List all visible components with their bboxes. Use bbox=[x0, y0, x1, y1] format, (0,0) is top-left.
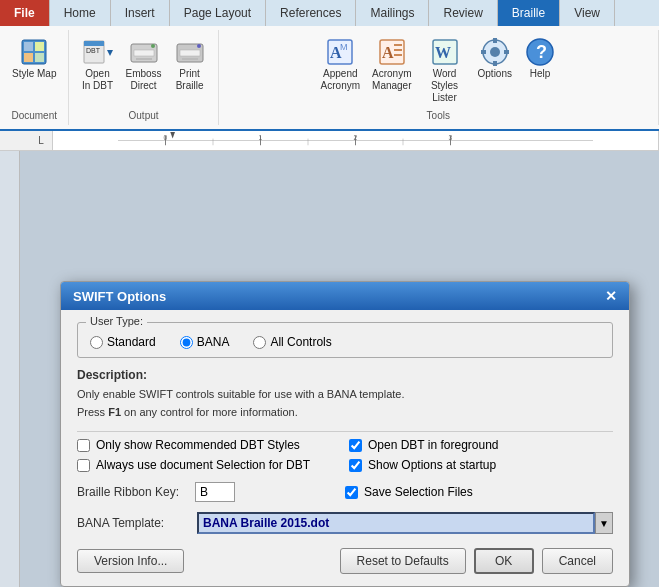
checkbox-always-use-doc-selection-input[interactable] bbox=[77, 459, 90, 472]
tab-braille[interactable]: Braille bbox=[498, 0, 560, 26]
bana-template-value[interactable]: BANA Braille 2015.dot bbox=[197, 512, 595, 534]
svg-rect-4 bbox=[35, 53, 44, 62]
checkbox-save-selection-files-input[interactable] bbox=[345, 486, 358, 499]
svg-marker-8 bbox=[107, 50, 113, 56]
user-type-legend: User Type: bbox=[86, 315, 147, 327]
radio-all-controls[interactable]: All Controls bbox=[253, 335, 331, 349]
word-styles-lister-label: WordStylesLister bbox=[431, 68, 458, 104]
checkbox-save-selection-files[interactable]: Save Selection Files bbox=[345, 485, 473, 499]
bana-template-label: BANA Template: bbox=[77, 516, 187, 530]
svg-text:3: 3 bbox=[449, 134, 453, 141]
braille-key-row: Braille Ribbon Key: Save Selection Files bbox=[77, 482, 613, 502]
radio-bana-input[interactable] bbox=[180, 336, 193, 349]
checkbox-show-recommended-label: Only show Recommended DBT Styles bbox=[96, 438, 300, 452]
radio-all-controls-label: All Controls bbox=[270, 335, 331, 349]
radio-standard-label: Standard bbox=[107, 335, 156, 349]
help-icon: ? bbox=[524, 36, 556, 68]
right-buttons: Reset to Defaults OK Cancel bbox=[340, 548, 613, 574]
tab-file[interactable]: File bbox=[0, 0, 50, 26]
document-group-label: Document bbox=[11, 106, 57, 121]
help-button[interactable]: ? Help bbox=[520, 34, 560, 82]
version-info-button[interactable]: Version Info... bbox=[77, 549, 184, 573]
content-area: SWIFT Options ✕ User Type: Standard BANA bbox=[0, 151, 659, 587]
checkbox-show-recommended[interactable]: Only show Recommended DBT Styles bbox=[77, 438, 341, 452]
options-icon bbox=[479, 36, 511, 68]
divider bbox=[77, 431, 613, 432]
tab-mailings[interactable]: Mailings bbox=[356, 0, 429, 26]
word-styles-lister-button[interactable]: W WordStylesLister bbox=[420, 34, 470, 106]
dialog-close-button[interactable]: ✕ bbox=[605, 288, 617, 304]
style-map-label: Style Map bbox=[12, 68, 56, 80]
radio-standard[interactable]: Standard bbox=[90, 335, 156, 349]
append-acronym-button[interactable]: A M AppendAcronym bbox=[317, 34, 364, 94]
tab-page-layout[interactable]: Page Layout bbox=[170, 0, 266, 26]
print-braille-button[interactable]: PrintBraille bbox=[170, 34, 210, 94]
description-section: Description: Only enable SWIFT controls … bbox=[77, 368, 613, 421]
description-line2-rest: on any control for more information. bbox=[124, 406, 298, 418]
tab-home[interactable]: Home bbox=[50, 0, 111, 26]
ruler: L 0 1 2 3 bbox=[0, 131, 659, 151]
output-group-label: Output bbox=[129, 106, 159, 121]
svg-text:1: 1 bbox=[259, 134, 263, 141]
svg-rect-32 bbox=[504, 50, 509, 54]
checkbox-show-options-startup-input[interactable] bbox=[349, 459, 362, 472]
svg-rect-1 bbox=[24, 42, 33, 51]
dialog-titlebar: SWIFT Options ✕ bbox=[61, 282, 629, 310]
svg-rect-6 bbox=[84, 41, 104, 46]
braille-ribbon-key-label: Braille Ribbon Key: bbox=[77, 485, 187, 499]
open-in-dbt-label: OpenIn DBT bbox=[82, 68, 113, 92]
svg-text:?: ? bbox=[536, 42, 547, 62]
radio-bana-label: BANA bbox=[197, 335, 230, 349]
checkbox-show-recommended-input[interactable] bbox=[77, 439, 90, 452]
svg-point-11 bbox=[151, 44, 155, 48]
ribbon-group-output-items: DBT OpenIn DBT bbox=[77, 34, 209, 94]
options-label: Options bbox=[478, 68, 512, 80]
left-sidebar bbox=[0, 151, 20, 587]
bana-template-select-wrapper: BANA Braille 2015.dot ▼ bbox=[197, 512, 613, 534]
acronym-manager-label: AcronymManager bbox=[372, 68, 411, 92]
braille-ribbon-key-input[interactable] bbox=[195, 482, 235, 502]
radio-bana[interactable]: BANA bbox=[180, 335, 230, 349]
dialog-title: SWIFT Options bbox=[73, 289, 166, 304]
checkbox-save-selection-files-label: Save Selection Files bbox=[364, 485, 473, 499]
radio-standard-input[interactable] bbox=[90, 336, 103, 349]
acronym-manager-button[interactable]: A AcronymManager bbox=[368, 34, 415, 94]
print-braille-icon bbox=[174, 36, 206, 68]
radio-all-controls-input[interactable] bbox=[253, 336, 266, 349]
svg-rect-22 bbox=[394, 44, 402, 46]
cancel-button[interactable]: Cancel bbox=[542, 548, 613, 574]
svg-rect-31 bbox=[481, 50, 486, 54]
options-button[interactable]: Options bbox=[474, 34, 516, 82]
tab-review[interactable]: Review bbox=[429, 0, 497, 26]
ok-button[interactable]: OK bbox=[474, 548, 534, 574]
ruler-inner: 0 1 2 3 bbox=[52, 131, 659, 150]
tab-references[interactable]: References bbox=[266, 0, 356, 26]
svg-rect-12 bbox=[136, 58, 152, 60]
tab-view[interactable]: View bbox=[560, 0, 615, 26]
style-map-button[interactable]: Style Map bbox=[8, 34, 60, 82]
acronym-manager-icon: A bbox=[376, 36, 408, 68]
ribbon-group-document: Style Map Document bbox=[0, 30, 69, 125]
bana-template-dropdown-arrow[interactable]: ▼ bbox=[595, 512, 613, 534]
checkbox-open-dbt-foreground-input[interactable] bbox=[349, 439, 362, 452]
checkbox-show-options-startup[interactable]: Show Options at startup bbox=[349, 458, 613, 472]
dialog-buttons: Version Info... Reset to Defaults OK Can… bbox=[77, 548, 613, 574]
tools-group-label: Tools bbox=[427, 106, 450, 121]
checkbox-open-dbt-foreground[interactable]: Open DBT in foreground bbox=[349, 438, 613, 452]
svg-text:M: M bbox=[340, 42, 348, 52]
svg-text:2: 2 bbox=[354, 134, 358, 141]
emboss-direct-button[interactable]: EmbossDirect bbox=[121, 34, 165, 94]
svg-point-28 bbox=[490, 47, 500, 57]
f1-key: F1 bbox=[108, 406, 121, 418]
checkbox-always-use-doc-selection[interactable]: Always use document Selection for DBT bbox=[77, 458, 341, 472]
open-in-dbt-button[interactable]: DBT OpenIn DBT bbox=[77, 34, 117, 94]
tab-insert[interactable]: Insert bbox=[111, 0, 170, 26]
svg-rect-3 bbox=[24, 53, 33, 62]
svg-rect-10 bbox=[134, 50, 154, 56]
ribbon-tabs: File Home Insert Page Layout References … bbox=[0, 0, 659, 26]
emboss-direct-label: EmbossDirect bbox=[125, 68, 161, 92]
reset-defaults-button[interactable]: Reset to Defaults bbox=[340, 548, 466, 574]
ribbon-group-tools: A M AppendAcronym A bbox=[219, 30, 659, 125]
svg-rect-16 bbox=[182, 58, 198, 60]
bana-template-row: BANA Template: BANA Braille 2015.dot ▼ bbox=[77, 512, 613, 534]
